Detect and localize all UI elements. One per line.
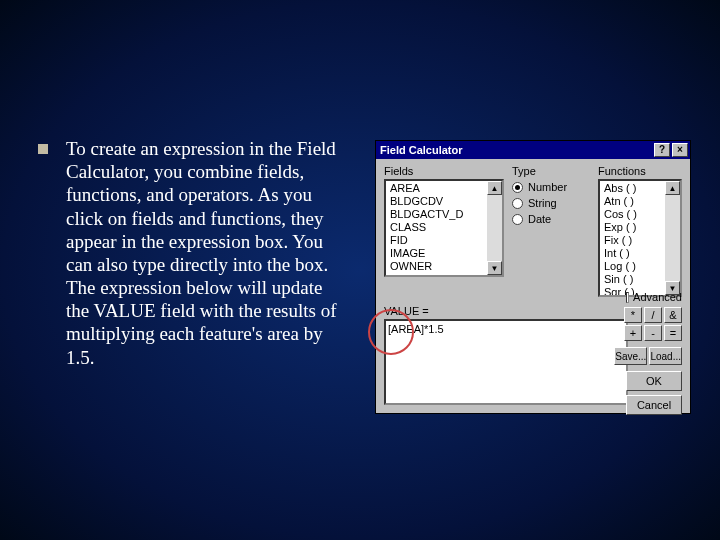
- radio-string[interactable]: String: [512, 197, 590, 209]
- radio-icon: [512, 198, 523, 209]
- bullet-icon: [38, 144, 48, 154]
- list-item[interactable]: Log ( ): [602, 260, 664, 273]
- list-item[interactable]: Cos ( ): [602, 208, 664, 221]
- radio-date[interactable]: Date: [512, 213, 590, 225]
- help-button[interactable]: ?: [654, 143, 670, 157]
- list-item[interactable]: CLASS: [388, 221, 486, 234]
- list-item[interactable]: Atn ( ): [602, 195, 664, 208]
- list-item[interactable]: BLDGACTV_D: [388, 208, 486, 221]
- scrollbar[interactable]: ▲ ▼: [665, 181, 680, 295]
- list-item[interactable]: Int ( ): [602, 247, 664, 260]
- save-button[interactable]: Save...: [614, 347, 647, 365]
- bullet-text: To create an expression in the Field Cal…: [66, 137, 346, 369]
- operator-button[interactable]: /: [644, 307, 662, 323]
- bullet-block: To create an expression in the Field Cal…: [38, 137, 358, 369]
- list-item[interactable]: AREA: [388, 182, 486, 195]
- list-item[interactable]: Fix ( ): [602, 234, 664, 247]
- operator-button[interactable]: +: [624, 325, 642, 341]
- list-item[interactable]: Abs ( ): [602, 182, 664, 195]
- expression-input[interactable]: [AREA]*1.5: [384, 319, 628, 405]
- type-label: Type: [512, 165, 590, 177]
- load-button[interactable]: Load...: [649, 347, 682, 365]
- radio-number[interactable]: Number: [512, 181, 590, 193]
- radio-icon: [512, 214, 523, 225]
- operator-button[interactable]: =: [664, 325, 682, 341]
- operator-button[interactable]: &: [664, 307, 682, 323]
- close-button[interactable]: ×: [672, 143, 688, 157]
- field-calculator-dialog: Field Calculator ? × Fields AREABLDGCDVB…: [375, 140, 691, 414]
- advanced-checkbox[interactable]: Advanced: [626, 291, 682, 303]
- scroll-down-icon[interactable]: ▼: [487, 261, 502, 275]
- operator-button[interactable]: *: [624, 307, 642, 323]
- scroll-up-icon[interactable]: ▲: [487, 181, 502, 195]
- list-item[interactable]: OWNER: [388, 260, 486, 273]
- titlebar[interactable]: Field Calculator ? ×: [376, 141, 690, 159]
- scroll-up-icon[interactable]: ▲: [665, 181, 680, 195]
- operator-button[interactable]: -: [644, 325, 662, 341]
- cancel-button[interactable]: Cancel: [626, 395, 682, 415]
- list-item[interactable]: BLDGCDV: [388, 195, 486, 208]
- list-item[interactable]: Exp ( ): [602, 221, 664, 234]
- list-item[interactable]: IMAGE: [388, 247, 486, 260]
- functions-label: Functions: [598, 165, 682, 177]
- functions-listbox[interactable]: Abs ( )Atn ( )Cos ( )Exp ( )Fix ( )Int (…: [598, 179, 682, 297]
- list-item[interactable]: Sin ( ): [602, 273, 664, 286]
- fields-listbox[interactable]: AREABLDGCDVBLDGACTV_DCLASSFIDIMAGEOWNER …: [384, 179, 504, 277]
- dialog-title: Field Calculator: [380, 144, 652, 156]
- ok-button[interactable]: OK: [626, 371, 682, 391]
- scrollbar[interactable]: ▲ ▼: [487, 181, 502, 275]
- checkbox-icon: [626, 292, 629, 303]
- fields-label: Fields: [384, 165, 504, 177]
- slide: To create an expression in the Field Cal…: [0, 0, 720, 540]
- dialog-body: Fields AREABLDGCDVBLDGACTV_DCLASSFIDIMAG…: [376, 159, 690, 413]
- radio-icon: [512, 182, 523, 193]
- list-item[interactable]: FID: [388, 234, 486, 247]
